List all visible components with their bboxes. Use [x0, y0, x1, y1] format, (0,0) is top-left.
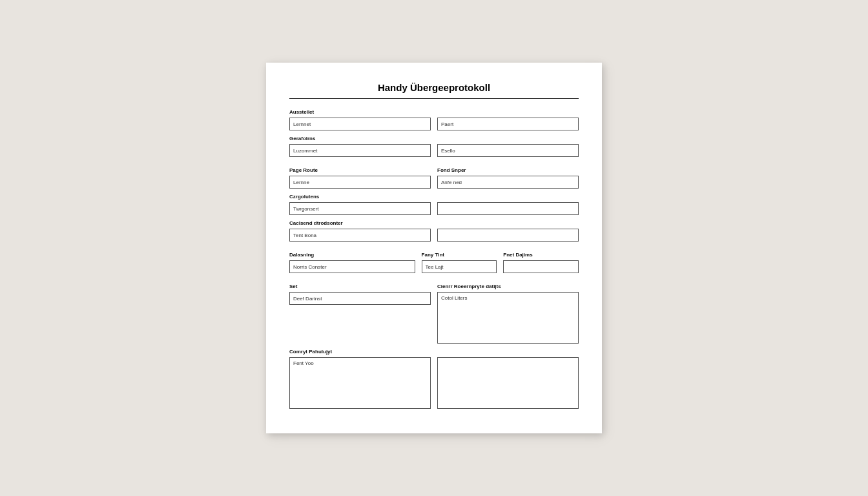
fany-tint-label: Fany Tint	[422, 252, 497, 258]
luzommet-group	[289, 144, 431, 157]
dalasning-label: Dalasning	[289, 252, 415, 258]
esello-input[interactable]	[437, 144, 579, 157]
set-group: Set	[289, 278, 431, 305]
paert-input[interactable]	[437, 118, 579, 130]
set-label: Set	[289, 284, 431, 289]
ausstellet-section: Ausstellet	[289, 109, 579, 130]
page-route-group: Page Route	[289, 162, 431, 189]
form-title: Handy Übergeeprotokoll	[289, 82, 579, 99]
comryt-section: Comryt Pahulujyt Fent Yoo	[289, 349, 579, 409]
set-input[interactable]	[289, 292, 431, 305]
ausstellet-row	[289, 118, 579, 130]
dalasning-fany-row: Dalasning Fany Tint Fnet Dajims	[289, 247, 579, 273]
fany-tint-input[interactable]	[422, 260, 497, 273]
gerafolrns-label: Gerafolrns	[289, 136, 579, 141]
fnet-dajims-label: Fnet Dajims	[503, 252, 579, 258]
czrgolutens-section: Czrgolutens	[289, 194, 579, 215]
fnet-dajims-input[interactable]	[503, 260, 579, 273]
dalasning-input[interactable]	[289, 260, 415, 273]
lernnet-input[interactable]	[289, 118, 431, 130]
czrgolutens-field2-input[interactable]	[437, 202, 579, 215]
comryt-empty-textarea[interactable]	[437, 357, 579, 409]
czrgolutens-field1-input[interactable]	[289, 202, 431, 215]
fond-snper-group: Fond Snper	[437, 162, 579, 189]
cienrr-textarea[interactable]: Cotol Liters	[437, 292, 579, 344]
luzommet-input[interactable]	[289, 144, 431, 157]
caclsend-field1-group	[289, 229, 431, 242]
caclsend-label: Caclsend dtrodsonter	[289, 220, 579, 226]
esello-group	[437, 144, 579, 157]
paert-group	[437, 118, 579, 130]
caclsend-row	[289, 229, 579, 242]
comryt-textarea-group: Fent Yoo	[289, 357, 431, 409]
czrgolutens-row	[289, 202, 579, 215]
ausstellet-label: Ausstellet	[289, 109, 579, 115]
comryt-textarea[interactable]: Fent Yoo	[289, 357, 431, 409]
caclsend-field2-input[interactable]	[437, 229, 579, 242]
page-route-input[interactable]	[289, 176, 431, 189]
caclsend-section: Caclsend dtrodsonter	[289, 220, 579, 242]
comryt-empty-group	[437, 357, 579, 409]
gerafolrns-section: Gerafolrns	[289, 136, 579, 157]
fond-snper-label: Fond Snper	[437, 167, 579, 173]
set-cienrr-row: Set Cienrr Roeernpryte datijts Cotol Lit…	[289, 278, 579, 344]
czrgolutens-field2-group	[437, 202, 579, 215]
czrgolutens-field1-group	[289, 202, 431, 215]
lernnet-group	[289, 118, 431, 130]
fany-tint-group: Fany Tint	[422, 247, 497, 273]
caclsend-field2-group	[437, 229, 579, 242]
czrgolutens-label: Czrgolutens	[289, 194, 579, 200]
dalasning-group: Dalasning	[289, 247, 415, 273]
route-snper-row: Page Route Fond Snper	[289, 162, 579, 189]
caclsend-field1-input[interactable]	[289, 229, 431, 242]
comryt-row: Fent Yoo	[289, 357, 579, 409]
fond-snper-input[interactable]	[437, 176, 579, 189]
page-route-label: Page Route	[289, 167, 431, 173]
gerafolrns-row	[289, 144, 579, 157]
cienrr-group: Cienrr Roeernpryte datijts Cotol Liters	[437, 278, 579, 344]
comryt-label: Comryt Pahulujyt	[289, 349, 579, 355]
fnet-dajims-group: Fnet Dajims	[503, 247, 579, 273]
cienrr-label: Cienrr Roeernpryte datijts	[437, 284, 579, 289]
form-paper: Handy Übergeeprotokoll Ausstellet Gerafo…	[266, 63, 602, 433]
